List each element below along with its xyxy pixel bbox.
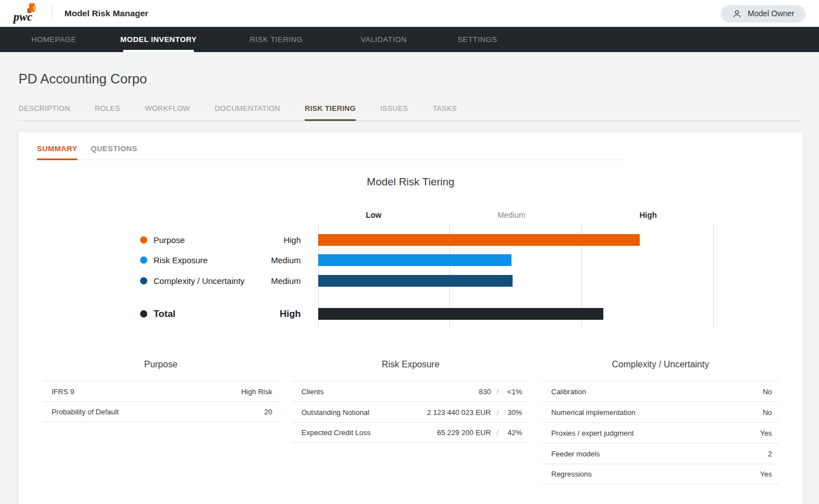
nav-item-risk-tiering[interactable]: RISK TIERING [210, 27, 343, 52]
tab-tasks[interactable]: TASKS [432, 104, 457, 120]
row-level: Medium [231, 254, 301, 266]
scale-label-high: High [639, 211, 657, 220]
row-percentage: <1% [504, 388, 522, 396]
table-row: Probability of Default 20 [43, 402, 279, 422]
pwc-logo-mark-icon [26, 3, 37, 13]
row-percentage: 42% [504, 428, 522, 437]
bar-risk-exposure [318, 254, 511, 266]
legend-dot-purpose [140, 236, 147, 244]
legend-dot-risk-exposure [140, 256, 147, 264]
row-label: Expected Credit Loss [301, 428, 437, 437]
row-label: Risk Exposure [153, 254, 208, 266]
tab-documentation[interactable]: DOCUMENTATION [215, 104, 280, 120]
row-value: 20 [264, 408, 272, 416]
table-complexity: Complexity / Uncertainty Calibration No … [542, 360, 779, 484]
page-tabs: DESCRIPTION ROLES WORKFLOW DOCUMENTATION… [18, 104, 801, 121]
legend-dot-complexity [140, 277, 147, 284]
table-row: Proxies / expert judgment Yes [542, 422, 779, 443]
row-label: Clients [301, 388, 479, 396]
scale-label-medium: Medium [497, 211, 525, 220]
chart-row-purpose: Purpose High [18, 234, 803, 246]
row-percentage: 30% [504, 408, 522, 417]
pwc-logo: pwc [13, 2, 43, 25]
table-row: Calibration No [542, 381, 779, 402]
table-row: Clients 830 / <1% [292, 381, 529, 402]
scale-label-low: Low [366, 211, 381, 220]
detail-tables: Purpose IFRS 9 High Risk Probability of … [18, 360, 803, 484]
chart-row-complexity: Complexity / Uncertainty Medium [18, 275, 803, 287]
page-title: PD Accounting Corpo [18, 52, 801, 87]
row-label: Outstanding Notional [301, 408, 427, 417]
row-level: High [231, 234, 301, 246]
model-owner-label: Model Owner [748, 9, 794, 18]
row-level: High [231, 308, 301, 320]
row-value: Yes [760, 470, 772, 478]
row-value: 830 [479, 388, 491, 396]
table-risk-exposure: Risk Exposure Clients 830 / <1% Outstand… [292, 360, 529, 484]
bar-track [318, 308, 713, 320]
app-header: pwc Model Risk Manager Model Owner [0, 0, 819, 27]
row-label: Proxies / expert judgment [551, 429, 760, 437]
table-purpose: Purpose IFRS 9 High Risk Probability of … [43, 360, 279, 484]
nav-item-model-inventory[interactable]: MODEL INVENTORY [108, 27, 210, 52]
table-row: Feeder models 2 [542, 443, 779, 464]
row-separator: / [496, 428, 499, 437]
row-value: 2 123 440 023 EUR [427, 408, 491, 417]
tab-roles[interactable]: ROLES [95, 104, 120, 120]
table-row: Outstanding Notional 2 123 440 023 EUR /… [292, 402, 529, 422]
bar-track [318, 234, 713, 246]
nav-item-homepage[interactable]: HOMEPAGE [0, 27, 108, 52]
bar-complexity [318, 275, 513, 287]
tab-risk-tiering[interactable]: RISK TIERING [305, 104, 356, 121]
table-row: Regressions Yes [542, 464, 779, 484]
bar-purpose [318, 234, 640, 246]
model-risk-tiering-chart: Model Risk Tiering Low Medium High Purpo… [18, 160, 803, 334]
chart-title: Model Risk Tiering [18, 176, 803, 188]
risk-tiering-panel: SUMMARY QUESTIONS Model Risk Tiering Low… [18, 132, 803, 504]
row-value: No [762, 388, 772, 396]
main-nav: HOMEPAGE MODEL INVENTORY RISK TIERING VA… [0, 27, 819, 52]
chart-row-total: Total High [18, 308, 803, 320]
tab-workflow[interactable]: WORKFLOW [145, 104, 190, 120]
legend-dot-total [140, 310, 147, 318]
row-label: Numerical implementation [551, 408, 762, 417]
tab-description[interactable]: DESCRIPTION [18, 104, 70, 120]
chart-row-risk-exposure: Risk Exposure Medium [18, 254, 803, 266]
tab-issues[interactable]: ISSUES [380, 104, 408, 120]
row-level: Medium [231, 275, 301, 287]
row-label: IFRS 9 [52, 388, 241, 396]
row-label: Total [153, 308, 175, 320]
model-owner-button[interactable]: Model Owner [721, 5, 806, 22]
table-row: IFRS 9 High Risk [43, 381, 279, 402]
table-title: Purpose [43, 360, 279, 370]
row-label: Calibration [551, 388, 762, 396]
row-label: Feeder models [551, 450, 768, 458]
tab-summary[interactable]: SUMMARY [37, 144, 77, 160]
row-value: 2 [768, 450, 772, 458]
nav-item-settings[interactable]: SETTINGS [425, 27, 530, 52]
row-value: 65 229 200 EUR [437, 428, 491, 437]
tab-questions[interactable]: QUESTIONS [91, 144, 137, 160]
row-value: No [762, 408, 772, 417]
bar-track [318, 254, 713, 266]
page-head: PD Accounting Corpo DESCRIPTION ROLES WO… [0, 52, 819, 121]
row-separator: / [496, 388, 499, 396]
table-row: Expected Credit Loss 65 229 200 EUR / 42… [292, 422, 529, 443]
table-row: Numerical implementation No [542, 402, 779, 422]
nav-item-validation[interactable]: VALIDATION [343, 27, 425, 52]
bar-total [318, 308, 603, 320]
row-value: Yes [760, 429, 772, 437]
table-title: Risk Exposure [292, 360, 529, 370]
row-value: High Risk [241, 388, 272, 396]
panel-tabs: SUMMARY QUESTIONS [37, 132, 623, 160]
table-title: Complexity / Uncertainty [542, 360, 779, 370]
row-separator: / [496, 408, 499, 417]
person-icon [732, 9, 742, 18]
row-label: Probability of Default [52, 408, 264, 416]
row-label: Regressions [551, 470, 760, 478]
header-divider [52, 6, 52, 21]
bar-track [318, 275, 713, 287]
app-title: Model Risk Manager [64, 8, 148, 18]
row-label: Purpose [153, 234, 185, 246]
